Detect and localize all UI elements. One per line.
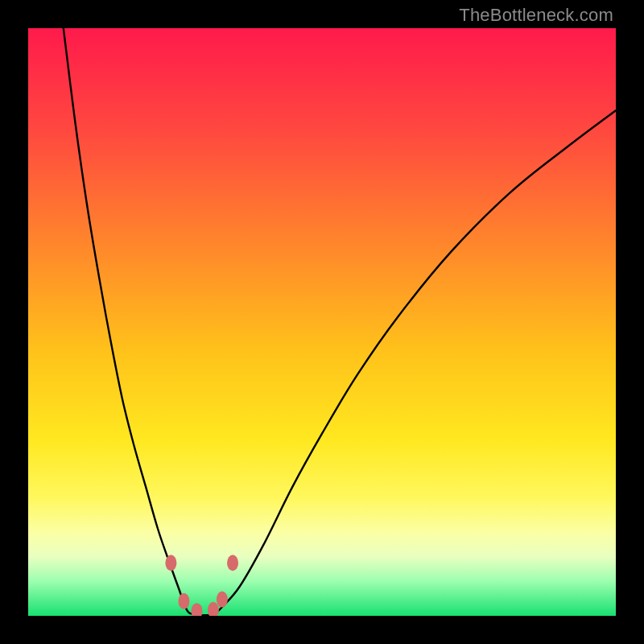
valley-marker — [165, 555, 176, 571]
valley-marker — [178, 593, 189, 609]
valley-marker — [227, 555, 238, 571]
valley-marker — [217, 592, 228, 608]
watermark-text: TheBottleneck.com — [459, 5, 613, 26]
valley-marker — [192, 603, 203, 616]
plot-area — [28, 28, 616, 616]
bottleneck-curve — [64, 28, 616, 615]
valley-markers-group — [165, 555, 238, 616]
chart-frame: TheBottleneck.com — [0, 0, 644, 644]
curve-layer — [28, 28, 616, 616]
valley-marker — [208, 602, 219, 616]
